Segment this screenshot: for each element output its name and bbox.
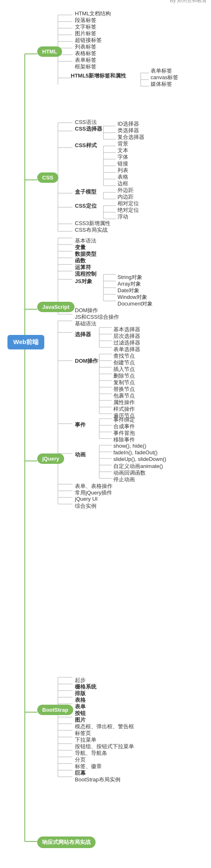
js-obj: JS对象: [72, 277, 95, 286]
branch-responsive: 响应式网站布局实战: [37, 836, 96, 848]
branch-jquery: jQuery: [37, 453, 64, 464]
css-selector: CSS选择器: [72, 124, 105, 133]
center-node: Web前端: [7, 335, 44, 349]
html5-attrs: HTML5新增标签和属性: [68, 71, 129, 80]
branch-js: JavaScript: [37, 302, 74, 312]
media-tag: 媒体标签: [148, 80, 175, 89]
css-style: CSS样式: [72, 141, 99, 150]
float: 浮动: [115, 212, 131, 221]
dom-op2: DOM操作: [72, 356, 101, 366]
branch-css: CSS: [37, 172, 58, 183]
comprehensive: 综合实例: [72, 502, 99, 511]
credit-text: By 郑州云和教育: [170, 0, 207, 4]
css-position: CSS定位: [72, 201, 99, 211]
bs-layout-example: BootStrap布局实例: [72, 775, 123, 784]
mind-map: Web前端 HTML HTML文档结构 段落标签 文字标签 图片标签 超链接标签…: [0, 0, 211, 17]
basic-syntax2: 基础语法: [72, 319, 99, 328]
connecting-lines: [0, 0, 211, 868]
css-layout: CSS布局实战: [72, 225, 110, 235]
selector: 选择器: [72, 330, 94, 339]
branch-html: HTML: [37, 46, 62, 57]
events: 事件: [72, 420, 88, 429]
animation: 动画: [72, 450, 88, 459]
frame-tag: 框架标签: [72, 62, 99, 71]
branch-bootstrap: BootStrap: [37, 705, 73, 715]
document-obj: Document对象: [115, 299, 155, 308]
box-model: 盒子模型: [72, 187, 99, 196]
